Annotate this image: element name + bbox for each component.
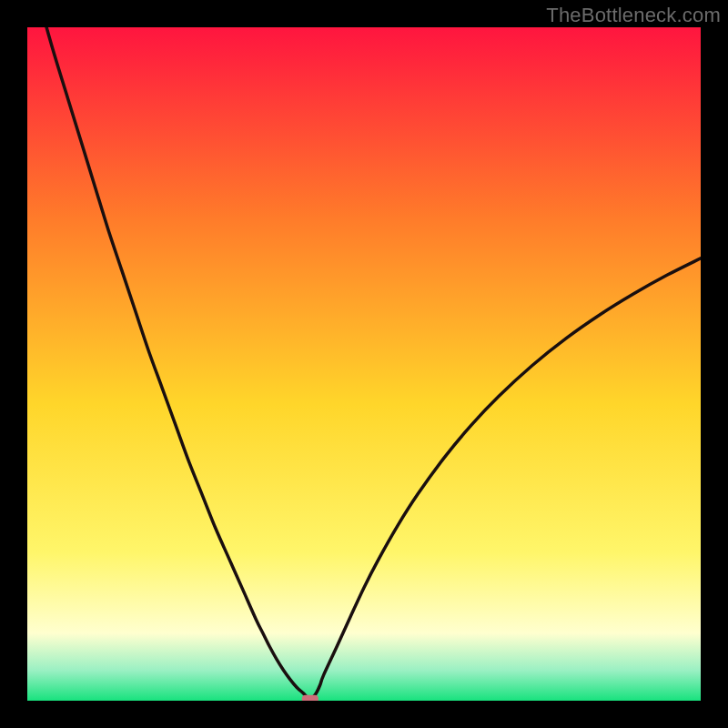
- gradient-background: [27, 27, 701, 701]
- plot-area: [27, 27, 701, 701]
- chart-frame: TheBottleneck.com: [0, 0, 728, 728]
- watermark-text: TheBottleneck.com: [546, 4, 721, 27]
- chart-svg: [27, 27, 701, 701]
- minimum-marker: [302, 695, 318, 701]
